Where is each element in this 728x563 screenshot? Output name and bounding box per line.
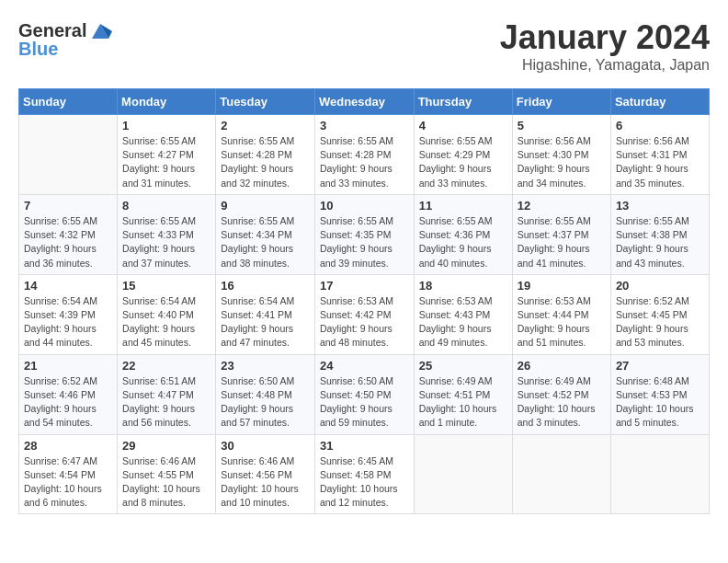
day-number: 14 xyxy=(24,279,112,293)
calendar-cell xyxy=(610,434,709,514)
calendar-cell: 20Sunrise: 6:52 AMSunset: 4:45 PMDayligh… xyxy=(610,274,709,354)
day-info: Sunrise: 6:55 AMSunset: 4:38 PMDaylight:… xyxy=(616,214,704,270)
day-info: Sunrise: 6:55 AMSunset: 4:28 PMDaylight:… xyxy=(320,134,409,190)
calendar-cell: 30Sunrise: 6:46 AMSunset: 4:56 PMDayligh… xyxy=(216,434,315,514)
day-number: 11 xyxy=(419,199,507,213)
calendar-cell: 14Sunrise: 6:54 AMSunset: 4:39 PMDayligh… xyxy=(19,274,118,354)
calendar-cell: 23Sunrise: 6:50 AMSunset: 4:48 PMDayligh… xyxy=(216,354,315,434)
day-number: 20 xyxy=(616,279,704,293)
day-info: Sunrise: 6:46 AMSunset: 4:56 PMDaylight:… xyxy=(221,454,310,511)
weekday-header-tuesday: Tuesday xyxy=(216,89,315,115)
day-info: Sunrise: 6:55 AMSunset: 4:33 PMDaylight:… xyxy=(122,214,210,270)
calendar-cell: 25Sunrise: 6:49 AMSunset: 4:51 PMDayligh… xyxy=(414,354,512,434)
calendar-cell: 10Sunrise: 6:55 AMSunset: 4:35 PMDayligh… xyxy=(314,194,414,274)
calendar-cell: 3Sunrise: 6:55 AMSunset: 4:28 PMDaylight… xyxy=(314,115,414,195)
day-number: 23 xyxy=(221,359,310,373)
logo-blue-text: Blue xyxy=(18,39,58,60)
calendar-cell: 13Sunrise: 6:55 AMSunset: 4:38 PMDayligh… xyxy=(610,194,709,274)
calendar-cell: 19Sunrise: 6:53 AMSunset: 4:44 PMDayligh… xyxy=(512,274,610,354)
title-area: January 2024 Higashine, Yamagata, Japan xyxy=(500,18,710,74)
day-number: 30 xyxy=(221,439,310,453)
day-number: 28 xyxy=(24,439,112,453)
day-info: Sunrise: 6:45 AMSunset: 4:58 PMDaylight:… xyxy=(320,454,409,511)
day-info: Sunrise: 6:56 AMSunset: 4:31 PMDaylight:… xyxy=(616,134,704,190)
day-info: Sunrise: 6:55 AMSunset: 4:34 PMDaylight:… xyxy=(221,214,310,270)
day-info: Sunrise: 6:52 AMSunset: 4:46 PMDaylight:… xyxy=(24,374,112,431)
week-row-1: 1Sunrise: 6:55 AMSunset: 4:27 PMDaylight… xyxy=(19,115,710,195)
day-info: Sunrise: 6:51 AMSunset: 4:47 PMDaylight:… xyxy=(122,374,210,431)
day-info: Sunrise: 6:55 AMSunset: 4:28 PMDaylight:… xyxy=(221,134,310,190)
day-info: Sunrise: 6:46 AMSunset: 4:55 PMDaylight:… xyxy=(122,454,210,511)
calendar-cell: 12Sunrise: 6:55 AMSunset: 4:37 PMDayligh… xyxy=(512,194,610,274)
day-number: 5 xyxy=(518,119,606,132)
week-row-3: 14Sunrise: 6:54 AMSunset: 4:39 PMDayligh… xyxy=(19,274,710,354)
calendar-cell: 9Sunrise: 6:55 AMSunset: 4:34 PMDaylight… xyxy=(216,194,315,274)
day-info: Sunrise: 6:55 AMSunset: 4:32 PMDaylight:… xyxy=(24,214,112,270)
day-info: Sunrise: 6:54 AMSunset: 4:41 PMDaylight:… xyxy=(221,294,310,350)
calendar-cell: 6Sunrise: 6:56 AMSunset: 4:31 PMDaylight… xyxy=(610,115,709,195)
day-info: Sunrise: 6:50 AMSunset: 4:48 PMDaylight:… xyxy=(221,374,310,431)
day-number: 3 xyxy=(320,119,409,132)
calendar-cell: 1Sunrise: 6:55 AMSunset: 4:27 PMDaylight… xyxy=(118,115,216,195)
calendar-cell xyxy=(19,115,118,195)
calendar-cell xyxy=(512,434,610,514)
calendar-cell: 18Sunrise: 6:53 AMSunset: 4:43 PMDayligh… xyxy=(414,274,512,354)
calendar-cell: 27Sunrise: 6:48 AMSunset: 4:53 PMDayligh… xyxy=(610,354,709,434)
day-info: Sunrise: 6:50 AMSunset: 4:50 PMDaylight:… xyxy=(320,374,409,431)
weekday-header-saturday: Saturday xyxy=(610,89,709,115)
header: General Blue January 2024 Higashine, Yam… xyxy=(18,18,710,74)
day-info: Sunrise: 6:53 AMSunset: 4:44 PMDaylight:… xyxy=(518,294,606,350)
day-number: 19 xyxy=(518,279,606,293)
day-number: 17 xyxy=(320,279,409,293)
weekday-header-row: SundayMondayTuesdayWednesdayThursdayFrid… xyxy=(19,89,710,115)
weekday-header-friday: Friday xyxy=(512,89,610,115)
day-info: Sunrise: 6:55 AMSunset: 4:35 PMDaylight:… xyxy=(320,214,409,270)
calendar-cell: 15Sunrise: 6:54 AMSunset: 4:40 PMDayligh… xyxy=(118,274,216,354)
day-info: Sunrise: 6:54 AMSunset: 4:39 PMDaylight:… xyxy=(24,294,112,350)
calendar-cell: 17Sunrise: 6:53 AMSunset: 4:42 PMDayligh… xyxy=(314,274,414,354)
day-info: Sunrise: 6:49 AMSunset: 4:52 PMDaylight:… xyxy=(518,374,606,431)
day-number: 7 xyxy=(24,199,112,213)
calendar-cell: 28Sunrise: 6:47 AMSunset: 4:54 PMDayligh… xyxy=(19,434,118,514)
day-number: 12 xyxy=(518,199,606,213)
day-number: 1 xyxy=(122,119,210,132)
week-row-5: 28Sunrise: 6:47 AMSunset: 4:54 PMDayligh… xyxy=(19,434,710,514)
day-number: 10 xyxy=(320,199,409,213)
day-info: Sunrise: 6:48 AMSunset: 4:53 PMDaylight:… xyxy=(616,374,704,431)
day-number: 18 xyxy=(419,279,507,293)
day-info: Sunrise: 6:55 AMSunset: 4:29 PMDaylight:… xyxy=(419,134,507,190)
weekday-header-wednesday: Wednesday xyxy=(314,89,414,115)
weekday-header-thursday: Thursday xyxy=(414,89,512,115)
calendar-table: SundayMondayTuesdayWednesdayThursdayFrid… xyxy=(18,88,710,514)
calendar-cell: 31Sunrise: 6:45 AMSunset: 4:58 PMDayligh… xyxy=(314,434,414,514)
calendar-cell: 29Sunrise: 6:46 AMSunset: 4:55 PMDayligh… xyxy=(118,434,216,514)
calendar-cell: 7Sunrise: 6:55 AMSunset: 4:32 PMDaylight… xyxy=(19,194,118,274)
day-info: Sunrise: 6:55 AMSunset: 4:37 PMDaylight:… xyxy=(518,214,606,270)
calendar-cell: 5Sunrise: 6:56 AMSunset: 4:30 PMDaylight… xyxy=(512,115,610,195)
calendar-cell: 24Sunrise: 6:50 AMSunset: 4:50 PMDayligh… xyxy=(314,354,414,434)
day-number: 24 xyxy=(320,359,409,373)
calendar-cell: 16Sunrise: 6:54 AMSunset: 4:41 PMDayligh… xyxy=(216,274,315,354)
day-info: Sunrise: 6:53 AMSunset: 4:42 PMDaylight:… xyxy=(320,294,409,350)
day-info: Sunrise: 6:53 AMSunset: 4:43 PMDaylight:… xyxy=(419,294,507,350)
calendar-cell: 8Sunrise: 6:55 AMSunset: 4:33 PMDaylight… xyxy=(118,194,216,274)
day-number: 9 xyxy=(221,199,310,213)
week-row-2: 7Sunrise: 6:55 AMSunset: 4:32 PMDaylight… xyxy=(19,194,710,274)
day-number: 13 xyxy=(616,199,704,213)
month-title: January 2024 xyxy=(500,18,710,57)
logo: General Blue xyxy=(18,18,112,60)
day-info: Sunrise: 6:55 AMSunset: 4:36 PMDaylight:… xyxy=(419,214,507,270)
day-number: 16 xyxy=(221,279,310,293)
calendar-cell: 11Sunrise: 6:55 AMSunset: 4:36 PMDayligh… xyxy=(414,194,512,274)
weekday-header-monday: Monday xyxy=(118,89,216,115)
calendar-cell: 22Sunrise: 6:51 AMSunset: 4:47 PMDayligh… xyxy=(118,354,216,434)
day-info: Sunrise: 6:47 AMSunset: 4:54 PMDaylight:… xyxy=(24,454,112,511)
day-number: 26 xyxy=(518,359,606,373)
day-number: 31 xyxy=(320,439,409,453)
day-info: Sunrise: 6:55 AMSunset: 4:27 PMDaylight:… xyxy=(122,134,210,190)
day-number: 29 xyxy=(122,439,210,453)
day-info: Sunrise: 6:56 AMSunset: 4:30 PMDaylight:… xyxy=(518,134,606,190)
day-info: Sunrise: 6:54 AMSunset: 4:40 PMDaylight:… xyxy=(122,294,210,350)
day-number: 21 xyxy=(24,359,112,373)
calendar-cell: 26Sunrise: 6:49 AMSunset: 4:52 PMDayligh… xyxy=(512,354,610,434)
